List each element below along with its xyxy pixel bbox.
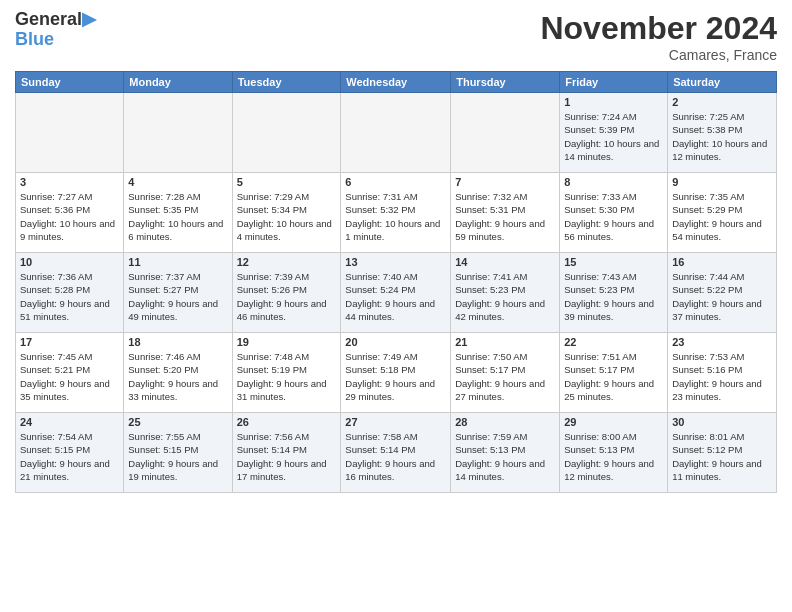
calendar-week-row: 3Sunrise: 7:27 AM Sunset: 5:36 PM Daylig…: [16, 173, 777, 253]
day-info: Sunrise: 7:41 AM Sunset: 5:23 PM Dayligh…: [455, 270, 555, 323]
day-number: 30: [672, 416, 772, 428]
calendar-cell: [16, 93, 124, 173]
day-info: Sunrise: 7:32 AM Sunset: 5:31 PM Dayligh…: [455, 190, 555, 243]
day-number: 27: [345, 416, 446, 428]
calendar-cell: 22Sunrise: 7:51 AM Sunset: 5:17 PM Dayli…: [560, 333, 668, 413]
calendar-cell: 1Sunrise: 7:24 AM Sunset: 5:39 PM Daylig…: [560, 93, 668, 173]
day-number: 2: [672, 96, 772, 108]
calendar-cell: 28Sunrise: 7:59 AM Sunset: 5:13 PM Dayli…: [451, 413, 560, 493]
calendar-cell: [124, 93, 232, 173]
day-number: 25: [128, 416, 227, 428]
day-number: 28: [455, 416, 555, 428]
page-container: General▶ Blue November 2024 Camares, Fra…: [0, 0, 792, 503]
logo: General▶ Blue: [15, 10, 96, 50]
day-number: 18: [128, 336, 227, 348]
day-number: 5: [237, 176, 337, 188]
day-number: 10: [20, 256, 119, 268]
calendar-cell: 4Sunrise: 7:28 AM Sunset: 5:35 PM Daylig…: [124, 173, 232, 253]
day-info: Sunrise: 7:53 AM Sunset: 5:16 PM Dayligh…: [672, 350, 772, 403]
day-number: 22: [564, 336, 663, 348]
calendar-cell: 11Sunrise: 7:37 AM Sunset: 5:27 PM Dayli…: [124, 253, 232, 333]
calendar-cell: [341, 93, 451, 173]
day-info: Sunrise: 7:40 AM Sunset: 5:24 PM Dayligh…: [345, 270, 446, 323]
day-info: Sunrise: 7:58 AM Sunset: 5:14 PM Dayligh…: [345, 430, 446, 483]
day-info: Sunrise: 7:46 AM Sunset: 5:20 PM Dayligh…: [128, 350, 227, 403]
day-number: 3: [20, 176, 119, 188]
weekday-header-cell: Wednesday: [341, 72, 451, 93]
weekday-header-cell: Saturday: [668, 72, 777, 93]
day-number: 4: [128, 176, 227, 188]
day-info: Sunrise: 7:56 AM Sunset: 5:14 PM Dayligh…: [237, 430, 337, 483]
day-number: 17: [20, 336, 119, 348]
calendar-table: SundayMondayTuesdayWednesdayThursdayFrid…: [15, 71, 777, 493]
calendar-week-row: 24Sunrise: 7:54 AM Sunset: 5:15 PM Dayli…: [16, 413, 777, 493]
day-number: 19: [237, 336, 337, 348]
day-info: Sunrise: 7:49 AM Sunset: 5:18 PM Dayligh…: [345, 350, 446, 403]
calendar-cell: 8Sunrise: 7:33 AM Sunset: 5:30 PM Daylig…: [560, 173, 668, 253]
day-number: 13: [345, 256, 446, 268]
day-number: 12: [237, 256, 337, 268]
day-info: Sunrise: 7:51 AM Sunset: 5:17 PM Dayligh…: [564, 350, 663, 403]
day-info: Sunrise: 7:33 AM Sunset: 5:30 PM Dayligh…: [564, 190, 663, 243]
weekday-header-cell: Thursday: [451, 72, 560, 93]
day-info: Sunrise: 7:54 AM Sunset: 5:15 PM Dayligh…: [20, 430, 119, 483]
calendar-week-row: 1Sunrise: 7:24 AM Sunset: 5:39 PM Daylig…: [16, 93, 777, 173]
calendar-cell: 9Sunrise: 7:35 AM Sunset: 5:29 PM Daylig…: [668, 173, 777, 253]
calendar-cell: 20Sunrise: 7:49 AM Sunset: 5:18 PM Dayli…: [341, 333, 451, 413]
calendar-body: 1Sunrise: 7:24 AM Sunset: 5:39 PM Daylig…: [16, 93, 777, 493]
calendar-cell: 15Sunrise: 7:43 AM Sunset: 5:23 PM Dayli…: [560, 253, 668, 333]
calendar-cell: 27Sunrise: 7:58 AM Sunset: 5:14 PM Dayli…: [341, 413, 451, 493]
calendar-cell: 19Sunrise: 7:48 AM Sunset: 5:19 PM Dayli…: [232, 333, 341, 413]
day-info: Sunrise: 8:00 AM Sunset: 5:13 PM Dayligh…: [564, 430, 663, 483]
calendar-cell: 6Sunrise: 7:31 AM Sunset: 5:32 PM Daylig…: [341, 173, 451, 253]
day-info: Sunrise: 7:59 AM Sunset: 5:13 PM Dayligh…: [455, 430, 555, 483]
day-info: Sunrise: 7:45 AM Sunset: 5:21 PM Dayligh…: [20, 350, 119, 403]
day-number: 15: [564, 256, 663, 268]
weekday-header-row: SundayMondayTuesdayWednesdayThursdayFrid…: [16, 72, 777, 93]
day-info: Sunrise: 7:28 AM Sunset: 5:35 PM Dayligh…: [128, 190, 227, 243]
calendar-cell: 25Sunrise: 7:55 AM Sunset: 5:15 PM Dayli…: [124, 413, 232, 493]
day-number: 29: [564, 416, 663, 428]
logo-line1: General▶: [15, 10, 96, 30]
day-number: 9: [672, 176, 772, 188]
day-info: Sunrise: 7:35 AM Sunset: 5:29 PM Dayligh…: [672, 190, 772, 243]
day-number: 24: [20, 416, 119, 428]
location: Camares, France: [540, 47, 777, 63]
day-info: Sunrise: 7:29 AM Sunset: 5:34 PM Dayligh…: [237, 190, 337, 243]
day-info: Sunrise: 7:48 AM Sunset: 5:19 PM Dayligh…: [237, 350, 337, 403]
day-info: Sunrise: 7:37 AM Sunset: 5:27 PM Dayligh…: [128, 270, 227, 323]
calendar-cell: 14Sunrise: 7:41 AM Sunset: 5:23 PM Dayli…: [451, 253, 560, 333]
calendar-cell: 18Sunrise: 7:46 AM Sunset: 5:20 PM Dayli…: [124, 333, 232, 413]
calendar-cell: 26Sunrise: 7:56 AM Sunset: 5:14 PM Dayli…: [232, 413, 341, 493]
day-number: 11: [128, 256, 227, 268]
weekday-header-cell: Friday: [560, 72, 668, 93]
day-info: Sunrise: 7:27 AM Sunset: 5:36 PM Dayligh…: [20, 190, 119, 243]
calendar-week-row: 10Sunrise: 7:36 AM Sunset: 5:28 PM Dayli…: [16, 253, 777, 333]
day-info: Sunrise: 7:24 AM Sunset: 5:39 PM Dayligh…: [564, 110, 663, 163]
calendar-week-row: 17Sunrise: 7:45 AM Sunset: 5:21 PM Dayli…: [16, 333, 777, 413]
calendar-cell: 24Sunrise: 7:54 AM Sunset: 5:15 PM Dayli…: [16, 413, 124, 493]
day-number: 26: [237, 416, 337, 428]
day-number: 16: [672, 256, 772, 268]
calendar-cell: 10Sunrise: 7:36 AM Sunset: 5:28 PM Dayli…: [16, 253, 124, 333]
weekday-header-cell: Tuesday: [232, 72, 341, 93]
calendar-cell: [232, 93, 341, 173]
calendar-cell: 29Sunrise: 8:00 AM Sunset: 5:13 PM Dayli…: [560, 413, 668, 493]
day-info: Sunrise: 7:31 AM Sunset: 5:32 PM Dayligh…: [345, 190, 446, 243]
day-number: 8: [564, 176, 663, 188]
day-number: 21: [455, 336, 555, 348]
weekday-header-cell: Monday: [124, 72, 232, 93]
calendar-cell: 2Sunrise: 7:25 AM Sunset: 5:38 PM Daylig…: [668, 93, 777, 173]
calendar-cell: 13Sunrise: 7:40 AM Sunset: 5:24 PM Dayli…: [341, 253, 451, 333]
day-info: Sunrise: 7:55 AM Sunset: 5:15 PM Dayligh…: [128, 430, 227, 483]
day-number: 6: [345, 176, 446, 188]
page-header: General▶ Blue November 2024 Camares, Fra…: [15, 10, 777, 63]
day-number: 23: [672, 336, 772, 348]
weekday-header-cell: Sunday: [16, 72, 124, 93]
calendar-cell: [451, 93, 560, 173]
calendar-cell: 5Sunrise: 7:29 AM Sunset: 5:34 PM Daylig…: [232, 173, 341, 253]
calendar-cell: 7Sunrise: 7:32 AM Sunset: 5:31 PM Daylig…: [451, 173, 560, 253]
logo-line2: Blue: [15, 30, 96, 50]
day-number: 20: [345, 336, 446, 348]
day-info: Sunrise: 7:43 AM Sunset: 5:23 PM Dayligh…: [564, 270, 663, 323]
